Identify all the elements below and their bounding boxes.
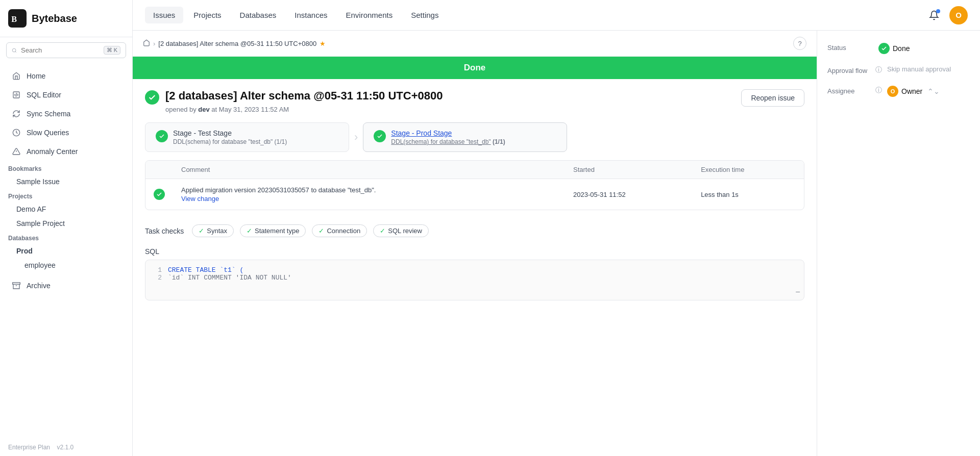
plan-label: Enterprise Plan <box>8 444 50 451</box>
sidebar-item-label: SQL Editor <box>27 91 61 99</box>
sql-lineno: 1 <box>154 266 162 274</box>
task-checks-label: Task checks <box>145 227 184 235</box>
content-main: › [2 databases] Alter schema @05-31 11:5… <box>133 31 817 456</box>
sidebar-item-sample-issue[interactable]: Sample Issue <box>0 174 132 189</box>
row-exec-time-cell: Less than 1s <box>693 179 804 210</box>
sidebar-item-home[interactable]: Home <box>3 67 129 85</box>
sidebar-item-archive[interactable]: Archive <box>3 276 129 295</box>
svg-text:B: B <box>11 15 17 24</box>
help-icon[interactable]: ? <box>793 37 806 50</box>
nav-item-databases[interactable]: Databases <box>232 7 285 23</box>
content-body: › [2 databases] Alter schema @05-31 11:5… <box>133 31 980 456</box>
check-icon <box>881 45 887 52</box>
sql-lineno: 2 <box>154 274 162 282</box>
sidebar-db-label: Prod <box>16 247 33 255</box>
sql-editor: 1 CREATE TABLE `t1` ( 2 `id` INT COMMENT… <box>145 260 804 300</box>
sql-line-1: 1 CREATE TABLE `t1` ( <box>154 266 796 274</box>
search-bar[interactable]: ⌘ K <box>6 42 126 58</box>
check-icon <box>377 133 383 139</box>
stage2-desc: DDL(schema) for database "test_db" (1/1) <box>391 138 556 145</box>
pipeline-stage-1: Stage - Test Stage DDL(schema) for datab… <box>145 122 349 152</box>
assignee-name: Owner <box>901 87 922 95</box>
pipeline-arrow: › <box>349 131 363 144</box>
row-comment-text: Applied migration version 20230531035057… <box>181 186 376 194</box>
check-statement-type[interactable]: ✓ Statement type <box>240 224 306 237</box>
check-connection[interactable]: ✓ Connection <box>312 224 367 237</box>
topnav-icons: O <box>925 6 968 24</box>
nav-item-instances[interactable]: Instances <box>286 7 335 23</box>
stage2-info: Stage - Prod Stage DDL(schema) for datab… <box>391 129 556 145</box>
svg-point-2 <box>12 48 16 52</box>
nav-item-environments[interactable]: Environments <box>337 7 401 23</box>
stage1-desc: DDL(schema) for database "test_db" (1/1) <box>173 138 338 145</box>
search-icon <box>12 47 17 54</box>
check-icon <box>159 133 165 139</box>
check-syntax[interactable]: ✓ Syntax <box>192 224 234 237</box>
bytebase-logo-icon: B <box>8 9 27 28</box>
sidebar-item-sql-editor[interactable]: SQL Editor <box>3 86 129 104</box>
home-icon <box>143 39 150 46</box>
sidebar-db-prod[interactable]: Prod <box>0 244 132 258</box>
approval-label: Approval flow <box>827 66 873 74</box>
reopen-issue-button[interactable]: Reopen issue <box>741 89 804 107</box>
sql-minimize-icon[interactable]: — <box>796 288 800 296</box>
projects-section-label: Projects <box>0 189 132 202</box>
sidebar-item-label: Sync Schema <box>27 110 70 118</box>
sidebar-item-sync-schema[interactable]: Sync Schema <box>3 105 129 123</box>
approval-info-icon[interactable]: ⓘ <box>875 65 882 74</box>
review-check-icon: ✓ <box>380 227 385 235</box>
breadcrumb-current: [2 databases] Alter schema @05-31 11:50 … <box>158 40 316 47</box>
row-check-icon <box>154 189 165 200</box>
bookmarks-section-label: Bookmarks <box>0 161 132 174</box>
status-text: Done <box>893 44 910 53</box>
star-icon[interactable]: ★ <box>320 40 326 47</box>
databases-section-label: Databases <box>0 231 132 244</box>
task-checks: Task checks ✓ Syntax ✓ Statement type ✓ … <box>133 218 817 243</box>
task-table: Comment Started Execution time <box>145 160 804 210</box>
sidebar: B Bytebase ⌘ K Home SQL Editor Sync Sche… <box>0 0 133 456</box>
stage2-desc-link[interactable]: DDL(schema) for database "test_db" <box>391 138 491 145</box>
sql-code: CREATE TABLE `t1` ( <box>168 266 243 274</box>
home-icon <box>11 71 21 81</box>
sidebar-nav: Home SQL Editor Sync Schema Slow Queries… <box>0 63 132 298</box>
sidebar-archive-label: Archive <box>27 282 51 290</box>
sidebar-item-sample-project[interactable]: Sample Project <box>0 216 132 231</box>
stmt-type-label: Statement type <box>255 227 299 235</box>
user-avatar[interactable]: O <box>949 6 968 24</box>
sidebar-footer: Enterprise Plan v2.1.0 <box>0 439 132 456</box>
sidebar-db-employee[interactable]: employee <box>0 258 132 272</box>
nav-item-settings[interactable]: Settings <box>403 7 447 23</box>
check-sql-review[interactable]: ✓ SQL review <box>373 224 429 237</box>
breadcrumb-separator: › <box>153 40 155 47</box>
issue-date: May 31, 2023 11:52 AM <box>219 106 289 113</box>
sidebar-item-anomaly-center[interactable]: Anomaly Center <box>3 142 129 161</box>
stage1-info: Stage - Test Stage DDL(schema) for datab… <box>173 129 338 145</box>
sidebar-item-demo-af[interactable]: Demo AF <box>0 202 132 216</box>
sidebar-item-label: Home <box>27 72 45 80</box>
nav-item-projects[interactable]: Projects <box>185 7 229 23</box>
assignee-label-group: Assignee ⓘ <box>827 86 882 95</box>
pipeline-stage-2: Stage - Prod Stage DDL(schema) for datab… <box>363 122 567 152</box>
svg-rect-7 <box>13 283 20 284</box>
search-input[interactable] <box>21 46 100 54</box>
assignee-info-icon[interactable]: ⓘ <box>875 86 882 95</box>
view-change-link[interactable]: View change <box>181 195 557 202</box>
notification-bell[interactable] <box>925 6 943 24</box>
assignee-label: Assignee <box>827 86 873 95</box>
sidebar-db-label: employee <box>24 261 56 269</box>
search-shortcut: ⌘ K <box>104 46 120 55</box>
assignee-select-arrow[interactable]: ⌃⌄ <box>927 87 940 95</box>
sidebar-project-label: Sample Project <box>16 219 65 227</box>
nav-item-issues[interactable]: Issues <box>145 7 183 23</box>
table-col-status <box>145 161 173 179</box>
sidebar-item-slow-queries[interactable]: Slow Queries <box>3 123 129 142</box>
approval-label-group: Approval flow ⓘ <box>827 65 882 74</box>
logo: B Bytebase <box>0 0 132 37</box>
panel-status-row: Status Done <box>827 43 970 54</box>
stmt-check-icon: ✓ <box>247 227 252 235</box>
issue-title-area: [2 databases] Alter schema @05-31 11:50 … <box>165 89 735 113</box>
archive-icon <box>11 281 21 291</box>
logo-text: Bytebase <box>32 13 77 24</box>
stage2-title[interactable]: Stage - Prod Stage <box>391 129 556 137</box>
breadcrumb-home[interactable] <box>143 39 150 48</box>
